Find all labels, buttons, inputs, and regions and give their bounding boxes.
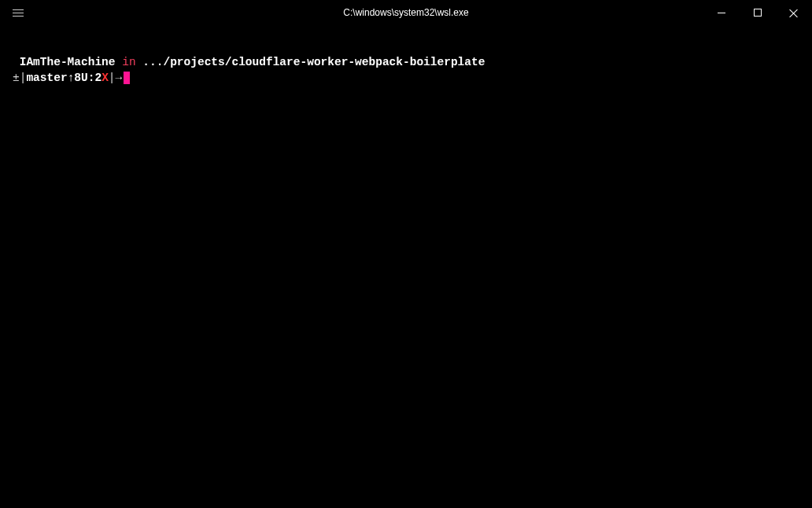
- window-controls: [703, 0, 812, 25]
- branch-open-delimiter: |: [20, 71, 27, 87]
- maximize-icon: [754, 9, 762, 17]
- minimize-button[interactable]: [703, 0, 740, 25]
- prompt-arrow: →: [116, 71, 123, 87]
- titlebar: C:\windows\system32\wsl.exe: [0, 0, 812, 25]
- git-dirty-flag: X: [102, 71, 109, 87]
- current-path: .../projects/cloudflare-worker-webpack-b…: [142, 56, 485, 68]
- in-keyword: in: [122, 56, 135, 68]
- git-marker: ±: [13, 71, 20, 87]
- prompt-line-2: ± |master ↑8 U:2 X| →: [13, 71, 799, 87]
- git-ahead: ↑8: [68, 71, 81, 87]
- close-icon: [789, 8, 799, 17]
- hostname: IAmThe-Machine: [20, 56, 116, 68]
- cursor: [124, 72, 130, 84]
- branch-close-delimiter: |: [109, 71, 116, 87]
- terminal-area[interactable]: IAmThe-Machine in .../projects/cloudflar…: [0, 25, 812, 98]
- git-untracked: U:2: [81, 71, 102, 87]
- maximize-button[interactable]: [740, 0, 776, 25]
- window-title: C:\windows\system32\wsl.exe: [343, 7, 468, 18]
- hamburger-menu-icon[interactable]: [9, 6, 27, 20]
- git-branch: master: [26, 71, 67, 87]
- titlebar-left: [0, 6, 27, 20]
- prompt-line-1: IAmThe-Machine in .../projects/cloudflar…: [13, 55, 799, 71]
- close-button[interactable]: [776, 0, 812, 25]
- minimize-icon: [718, 13, 725, 13]
